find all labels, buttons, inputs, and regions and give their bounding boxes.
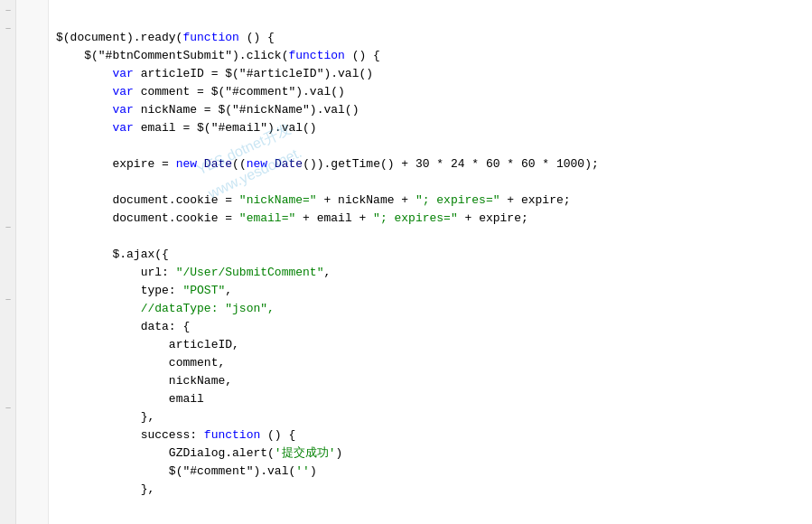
gutter-marker-14 xyxy=(0,255,16,273)
line-number-25 xyxy=(16,454,48,472)
code-line-22: success: function () { xyxy=(56,426,812,444)
gutter-marker-2 xyxy=(0,38,16,56)
code-container: −−−−− $(document).ready(function () { $(… xyxy=(0,0,812,524)
gutter-marker-21 xyxy=(0,381,16,399)
code-line-5: var email = $("#email").val() xyxy=(56,119,812,137)
gutter-marker-16[interactable]: − xyxy=(0,291,16,309)
code-line-23: GZDialog.alert('提交成功') xyxy=(56,444,812,463)
line-number-9 xyxy=(16,164,48,182)
line-number-4 xyxy=(16,74,48,92)
gutter-marker-5 xyxy=(0,92,16,110)
code-line-25: }, xyxy=(56,481,812,499)
line-number-24 xyxy=(16,435,48,454)
line-number-1 xyxy=(16,20,48,38)
code-line-21: }, xyxy=(56,408,812,426)
line-number-14 xyxy=(16,255,48,273)
line-number-19 xyxy=(16,345,48,363)
line-number-10 xyxy=(16,182,48,201)
line-number-12 xyxy=(16,219,48,237)
line-number-21 xyxy=(16,381,48,399)
line-number-6 xyxy=(16,110,48,128)
line-number-23 xyxy=(16,417,48,435)
code-line-8 xyxy=(56,173,812,192)
code-line-17: articleID, xyxy=(56,336,812,354)
code-line-16: data: { xyxy=(56,318,812,336)
code-line-24: $("#comment").val('') xyxy=(56,463,812,481)
line-number-0 xyxy=(16,2,48,20)
code-line-11 xyxy=(56,228,812,246)
gutter-marker-19 xyxy=(0,345,16,363)
code-line-9: document.cookie = "nickName=" + nickName… xyxy=(56,192,812,210)
gutter-marker-13 xyxy=(0,237,16,255)
line-number-2 xyxy=(16,38,48,56)
line-number-22 xyxy=(16,399,48,417)
gutter-marker-11 xyxy=(0,201,16,219)
line-number-5 xyxy=(16,92,48,110)
line-number-15 xyxy=(16,273,48,291)
gutter-marker-3 xyxy=(0,56,16,74)
gutter-marker-24 xyxy=(0,435,16,454)
code-line-7: expire = new Date((new Date()).getTime()… xyxy=(56,155,812,173)
code-line-0: $(document).ready(function () { xyxy=(56,29,812,47)
line-number-16 xyxy=(16,291,48,309)
gutter-marker-25 xyxy=(0,454,16,472)
code-line-6 xyxy=(56,137,812,155)
gutter-marker-8 xyxy=(0,146,16,164)
gutter-marker-1[interactable]: − xyxy=(0,20,16,38)
code-line-1: $("#btnCommentSubmit").click(function ()… xyxy=(56,47,812,65)
gutter: −−−−− xyxy=(0,0,16,524)
code-area: −−−−− $(document).ready(function () { $(… xyxy=(0,0,812,524)
gutter-marker-12[interactable]: − xyxy=(0,219,16,237)
code-content: $(document).ready(function () { $("#btnC… xyxy=(49,0,812,524)
gutter-marker-20 xyxy=(0,363,16,381)
gutter-marker-17 xyxy=(0,309,16,327)
line-number-17 xyxy=(16,309,48,327)
line-number-11 xyxy=(16,201,48,219)
line-numbers xyxy=(16,0,49,524)
gutter-marker-22[interactable]: − xyxy=(0,399,16,417)
gutter-marker-23 xyxy=(0,417,16,435)
code-line-14: type: "POST", xyxy=(56,282,812,300)
code-line-15: //dataType: "json", xyxy=(56,300,812,318)
code-line-12: $.ajax({ xyxy=(56,246,812,264)
code-line-18: comment, xyxy=(56,354,812,372)
line-number-3 xyxy=(16,56,48,74)
line-number-8 xyxy=(16,146,48,164)
gutter-marker-6 xyxy=(0,110,16,128)
gutter-marker-4 xyxy=(0,74,16,92)
gutter-marker-15 xyxy=(0,273,16,291)
gutter-marker-18 xyxy=(0,327,16,345)
line-number-20 xyxy=(16,363,48,381)
code-line-2: var articleID = $("#articleID").val() xyxy=(56,65,812,83)
code-line-4: var nickName = $("#nickName").val() xyxy=(56,101,812,119)
code-line-19: nickName, xyxy=(56,372,812,390)
code-line-10: document.cookie = "email=" + email + "; … xyxy=(56,210,812,228)
gutter-marker-10 xyxy=(0,182,16,201)
line-number-7 xyxy=(16,128,48,146)
code-line-13: url: "/User/SubmitComment", xyxy=(56,264,812,282)
gutter-marker-0[interactable]: − xyxy=(0,2,16,20)
code-line-3: var comment = $("#comment").val() xyxy=(56,83,812,101)
gutter-marker-7 xyxy=(0,128,16,146)
line-number-18 xyxy=(16,327,48,345)
line-number-13 xyxy=(16,237,48,255)
gutter-marker-9 xyxy=(0,164,16,182)
code-line-20: email xyxy=(56,390,812,408)
